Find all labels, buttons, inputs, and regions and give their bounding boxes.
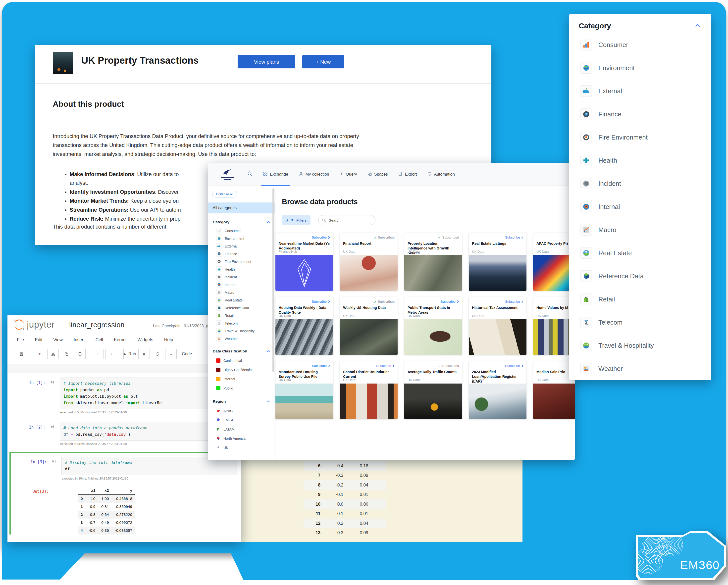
classification-item-highly-confidential[interactable]: Highly Confidential <box>208 365 275 374</box>
save-button[interactable] <box>16 349 27 359</box>
flyout-item-reference-data[interactable]: Reference Data <box>580 270 644 282</box>
product-card[interactable]: SubscribedFinancial ReportUK Data <box>340 233 397 291</box>
flyout-item-travel-hospitality[interactable]: Travel & Hospitality <box>580 340 654 351</box>
all-categories-item[interactable]: All categories <box>208 203 275 213</box>
product-card[interactable]: Subscribe Manufactured Housing Survey Pu… <box>276 362 333 419</box>
menu-view[interactable]: View <box>53 337 63 343</box>
restart-button[interactable] <box>152 349 163 359</box>
copy-button[interactable] <box>61 349 72 359</box>
flyout-item-real-estate[interactable]: Real Estate <box>580 247 632 259</box>
stop-button[interactable]: ■ <box>138 349 150 359</box>
collapse-cell-icon[interactable] <box>45 422 60 446</box>
subscribe-link[interactable]: Subscribe <box>376 364 395 368</box>
menu-kernel[interactable]: Kernel <box>114 337 127 343</box>
tab-export[interactable]: Export <box>398 163 417 186</box>
new-button[interactable]: + New <box>302 55 344 69</box>
classification-item-public[interactable]: Public <box>208 383 275 393</box>
sidebar-item-reference-data[interactable]: Reference Data <box>208 304 275 312</box>
move-up-button[interactable]: ↑ <box>92 349 104 359</box>
add-cell-button[interactable]: + <box>34 349 45 359</box>
region-item-uk[interactable]: UK <box>208 443 275 452</box>
product-card[interactable]: Subscribe APAC Property PriUK Data <box>533 233 575 291</box>
collapse-all-button[interactable]: Collapse all <box>212 191 237 197</box>
code-cell[interactable]: In [2]:# Load data into a pandas datafra… <box>7 421 241 446</box>
sidebar-item-environment[interactable]: Environment <box>208 235 275 242</box>
view-plans-button[interactable]: View plans <box>238 55 295 69</box>
subscribe-link[interactable]: Subscribe <box>505 364 523 368</box>
flyout-item-retail[interactable]: Retail <box>580 293 615 305</box>
region-item-apac[interactable]: APAC <box>208 406 275 415</box>
subscribe-link[interactable]: Subscribe <box>312 364 330 368</box>
flyout-item-environment[interactable]: Environment <box>580 62 635 74</box>
classification-item-confidential[interactable]: Confidential <box>208 356 275 365</box>
menu-help[interactable]: Help <box>164 337 173 343</box>
product-card[interactable]: SubscribedWeekly US Housing DataUK Data <box>340 297 397 355</box>
product-card[interactable]: Subscribe 2023 Modified Loan/Application… <box>469 362 526 419</box>
search-input[interactable] <box>328 218 366 222</box>
product-card[interactable]: Subscribe Housing Data Weekly : Data Qua… <box>276 297 333 355</box>
flyout-item-telecom[interactable]: Telecom <box>580 317 623 328</box>
menu-insert[interactable]: Insert <box>74 337 85 343</box>
code-cell[interactable]: In [3]:# Display the full dataframe dfex… <box>11 455 241 480</box>
region-item-north-america[interactable]: North America <box>208 434 275 443</box>
flyout-item-fire-environment[interactable]: Fire Environment <box>580 132 648 143</box>
tab-spaces[interactable]: Spaces <box>367 163 388 186</box>
sidebar-item-real-estate[interactable]: Real Estate <box>208 296 275 304</box>
subscribe-link[interactable]: Subscribe <box>441 300 459 303</box>
sidebar-item-travel-hospitality[interactable]: Travel & Hospitality <box>208 327 275 335</box>
move-down-button[interactable]: ↓ <box>105 349 117 359</box>
tab-my-collection[interactable]: My collection <box>298 163 329 186</box>
sidebar-scrollbar[interactable] <box>272 188 275 372</box>
menu-cell[interactable]: Cell <box>96 337 103 343</box>
chevron-up-icon[interactable] <box>695 23 701 28</box>
notebook-filename[interactable]: linear_regression <box>69 321 124 329</box>
chevron-up-icon[interactable] <box>267 349 270 353</box>
flyout-item-external[interactable]: External <box>580 85 622 97</box>
collapse-cell-icon[interactable] <box>45 377 60 414</box>
menu-edit[interactable]: Edit <box>35 337 42 343</box>
tab-automation[interactable]: Automation <box>427 163 454 186</box>
filters-button[interactable]: Filters <box>282 215 311 225</box>
sidebar-item-finance[interactable]: $Finance <box>208 250 275 258</box>
chevron-up-icon[interactable] <box>267 399 270 404</box>
product-card[interactable]: Subscribe Real Estate ListingsUK Data <box>469 233 526 291</box>
code-cell[interactable]: In [1]:# Import necessary libraries impo… <box>7 376 241 414</box>
sidebar-item-weather[interactable]: Weather <box>208 335 275 343</box>
product-card[interactable]: Subscribe Public Transport Stats in Metr… <box>404 297 462 355</box>
tab-exchange[interactable]: Exchange <box>263 163 288 186</box>
flyout-item-consumer[interactable]: Consumer <box>580 39 628 51</box>
sidebar-item-retail[interactable]: Retail <box>208 312 275 319</box>
classification-item-internal[interactable]: Internal <box>208 374 275 383</box>
subscribe-link[interactable]: Subscribe <box>505 300 523 303</box>
sidebar-item-external[interactable]: External <box>208 242 275 250</box>
product-card[interactable]: SubscribedAverage Daily Traffic CountsUK… <box>404 362 462 419</box>
sidebar-item-fire-environment[interactable]: Fire Environment <box>208 258 275 265</box>
menu-widgets[interactable]: Widgets <box>137 337 153 343</box>
sidebar-item-incident[interactable]: Incident <box>208 273 275 281</box>
product-card[interactable]: Subscribe School District Boundaries - C… <box>340 362 397 419</box>
cut-button[interactable] <box>47 349 59 359</box>
sidebar-item-consumer[interactable]: Consumer <box>208 227 275 235</box>
flyout-item-internal[interactable]: Internal <box>580 201 620 212</box>
collapse-cell-icon[interactable] <box>47 457 61 480</box>
run-button[interactable]: ▶Run <box>123 349 136 359</box>
chevron-up-icon[interactable] <box>267 220 270 224</box>
flyout-item-macro[interactable]: Macro <box>580 224 616 236</box>
subscribe-link[interactable]: Subscribe <box>312 300 330 303</box>
product-card[interactable]: Subscribe Median Sale PricUK Data <box>533 362 575 419</box>
sidebar-item-internal[interactable]: Internal <box>208 281 275 289</box>
product-card[interactable]: Subscribe Near-realtime Market Data (Ye … <box>276 233 333 291</box>
flyout-item-finance[interactable]: $Finance <box>580 108 622 120</box>
sidebar-item-health[interactable]: Health <box>208 265 275 273</box>
tab-query[interactable]: Query <box>340 163 357 186</box>
sidebar-item-macro[interactable]: Macro <box>208 289 275 296</box>
paste-button[interactable] <box>74 349 85 359</box>
product-card[interactable]: Subscribe Historical Tax AssessmentUK Da… <box>469 297 526 355</box>
flyout-item-weather[interactable]: Weather <box>580 363 623 374</box>
product-card[interactable]: Subscribe Home Values by MUK Data <box>533 297 575 355</box>
search-icon[interactable] <box>247 171 253 178</box>
subscribe-link[interactable]: Subscribe <box>505 236 523 239</box>
sidebar-item-telecom[interactable]: Telecom <box>208 319 275 327</box>
subscribe-link[interactable]: Subscribe <box>312 236 330 239</box>
f-forward-button[interactable]: » <box>165 349 177 359</box>
